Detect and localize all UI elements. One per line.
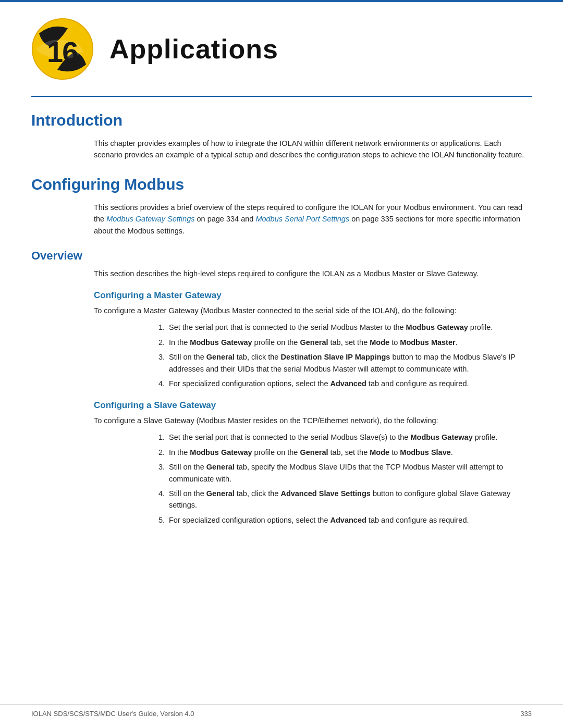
header-rule [31, 96, 532, 97]
master-step-1: Set the serial port that is connected to… [167, 322, 532, 333]
master-gateway-section: Configuring a Master Gateway To configur… [94, 290, 532, 390]
introduction-body: This chapter provides examples of how to… [94, 138, 532, 161]
slave-step-5: For specialized configuration options, s… [167, 514, 532, 526]
content-area: Introduction This chapter provides examp… [0, 112, 563, 526]
modbus-gateway-link[interactable]: Modbus Gateway Settings [106, 215, 194, 223]
master-gateway-intro: To configure a Master Gateway (Modbus Ma… [94, 305, 532, 316]
header-section: 16 Applications [0, 2, 563, 96]
overview-body: This section describes the high-level st… [94, 268, 532, 279]
slave-step-2: In the Modbus Gateway profile on the Gen… [167, 447, 532, 458]
footer-right: 333 [520, 710, 532, 718]
slave-gateway-heading: Configuring a Slave Gateway [94, 400, 532, 411]
chapter-icon: 16 [31, 18, 94, 80]
slave-gateway-intro: To configure a Slave Gateway (Modbus Mas… [94, 415, 532, 426]
introduction-heading: Introduction [31, 112, 532, 129]
svg-text:16: 16 [47, 35, 78, 68]
master-step-3: Still on the General tab, click the Dest… [167, 351, 532, 375]
master-gateway-heading: Configuring a Master Gateway [94, 290, 532, 301]
chapter-title: Applications [109, 33, 278, 65]
modbus-serial-link[interactable]: Modbus Serial Port Settings [255, 215, 349, 223]
master-gateway-steps: Set the serial port that is connected to… [167, 322, 532, 389]
overview-heading: Overview [31, 249, 532, 263]
footer: IOLAN SDS/SCS/STS/MDC User's Guide, Vers… [0, 704, 563, 718]
slave-step-4: Still on the General tab, click the Adva… [167, 488, 532, 511]
master-step-4: For specialized configuration options, s… [167, 378, 532, 389]
slave-gateway-steps: Set the serial port that is connected to… [167, 431, 532, 526]
configuring-modbus-heading: Configuring Modbus [31, 176, 532, 193]
slave-step-3: Still on the General tab, specify the Mo… [167, 461, 532, 485]
footer-left: IOLAN SDS/SCS/STS/MDC User's Guide, Vers… [31, 710, 194, 718]
slave-step-1: Set the serial port that is connected to… [167, 431, 532, 443]
slave-gateway-section: Configuring a Slave Gateway To configure… [94, 400, 532, 526]
configuring-modbus-body: This sections provides a brief overview … [94, 202, 532, 237]
master-step-2: In the Modbus Gateway profile on the Gen… [167, 337, 532, 348]
